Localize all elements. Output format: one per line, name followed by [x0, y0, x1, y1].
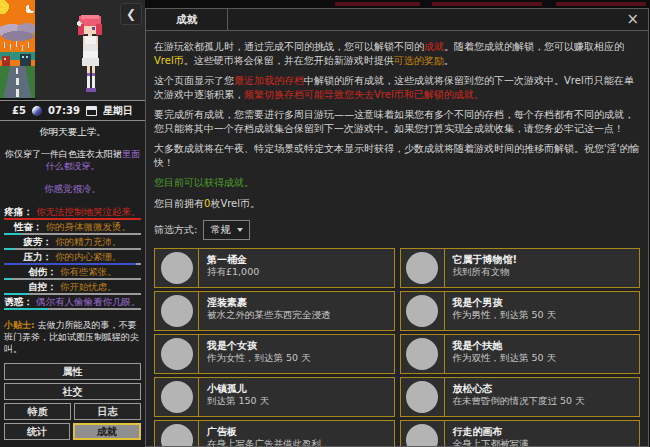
achievement-description: 作为男性，到达第 50 天 [453, 309, 557, 321]
vrel-coin-highlight: Vrel币 [154, 55, 184, 66]
background-text-remnant [432, 2, 542, 6]
achievement-icon [406, 252, 438, 284]
achievement-description: 找到所有文物 [453, 266, 518, 278]
achievement-title: 行走的画布 [453, 425, 529, 438]
nav-button-attributes[interactable]: 属性 [4, 363, 141, 380]
filter-row: 筛选方式: 常规 [154, 220, 640, 240]
panel-body: 在游玩欲都孤儿时，通过完成不同的挑战，您可以解锁不同的成就。随着您成就的解锁，您… [146, 31, 648, 447]
stat-row: 诱惑： 偶尔有人偷偷看你几眼。 [0, 296, 145, 310]
stat-bar-fill [4, 308, 48, 310]
stat-label: 疲劳： [23, 236, 52, 247]
filter-select[interactable]: 常规 [203, 220, 250, 240]
status-bar: £5 07:39 星期日 [0, 100, 145, 121]
save-info-text: 这个页面显示了您 [154, 75, 234, 86]
achievement-icon [161, 295, 193, 327]
achievement-icon [406, 295, 438, 327]
achievement-text: 广告板 在身上写条广告并借此盈利 [199, 421, 329, 447]
achievement-title: 第一桶金 [207, 253, 259, 266]
achievement-text: 它属于博物馆! 找到所有文物 [445, 249, 526, 287]
stat-line: 性奋： 你的身体微微发烫。 [0, 221, 145, 232]
stat-row: 性奋： 你的身体微微发烫。 [0, 221, 145, 235]
temperature-status-text: 你感觉很冷。 [0, 183, 145, 196]
intro-text: 。随着您成就的解锁，您可以赚取相应的 [444, 41, 624, 52]
achievement-icon [406, 338, 438, 370]
stat-line: 自控： 你开始忧虑。 [0, 281, 145, 292]
player-character-sprite [66, 14, 114, 100]
sidebar-top-visual: ❮ [0, 0, 145, 100]
achievement-item: 广告板 在身上写条广告并借此盈利 [154, 420, 395, 447]
achievement-text: 我是个男孩 作为男性，到达第 50 天 [445, 292, 565, 330]
stat-label: 疼痛： [4, 206, 33, 217]
stat-bar [4, 278, 141, 280]
stat-bar [4, 233, 141, 235]
clock-time: 07:39 [48, 105, 80, 116]
achievement-description: 到达第 150 天 [207, 395, 269, 407]
recent-save-highlight: 最近加载的存档 [234, 75, 304, 86]
nav-button-achievements[interactable]: 成就 [73, 423, 141, 440]
background-text-remnant [556, 2, 646, 6]
achievement-icon [406, 381, 438, 413]
achievement-description: 在身上写条广告并借此盈利 [207, 438, 321, 447]
filter-label: 筛选方式: [154, 223, 197, 237]
nav-button-traits[interactable]: 特质 [4, 403, 71, 420]
achievement-icon [406, 424, 438, 447]
calendar-icon [86, 106, 97, 116]
intro-text: 在游玩欲都孤儿时，通过完成不同的挑战，您可以解锁不同的 [154, 41, 424, 52]
achievement-icon-cell [401, 249, 445, 287]
stat-row: 自控： 你开始忧虑。 [0, 281, 145, 295]
intro-text: 。 [444, 55, 454, 66]
sidebar-collapse-button[interactable]: ❮ [120, 3, 142, 25]
achievement-text: 淫装素裹 被水之外的某些东西完全浸透 [199, 292, 339, 330]
achievement-icon [161, 252, 193, 284]
warning-text: 频繁切换存档可能导致您失去Vrel币和已解锁的成就。 [244, 89, 484, 100]
panel-header: 成就 × [146, 9, 648, 31]
stat-value: 你无法控制地哭泣起来。 [36, 206, 141, 217]
chevron-down-icon [237, 228, 243, 232]
nav-button-social[interactable]: 社交 [4, 383, 141, 400]
achievement-title: 广告板 [207, 425, 321, 438]
achievement-description: 作为双性，到达第 50 天 [453, 352, 557, 364]
achievement-icon [161, 381, 193, 413]
nav-button-statistics[interactable]: 统计 [4, 423, 70, 440]
achievement-description: 在未曾昏倒的情况下度过 50 天 [453, 395, 585, 407]
achievement-icon-cell [155, 421, 199, 447]
tip-label: 小贴士: [4, 320, 35, 330]
stat-bar-fill [4, 263, 136, 265]
stat-bar-fill [4, 218, 141, 220]
stat-bar-fill [4, 248, 15, 250]
stat-line: 疲劳： 你的精力充沛。 [0, 236, 145, 247]
achievement-item: 淫装素裹 被水之外的某些东西完全浸透 [154, 291, 395, 331]
stat-row: 疲劳： 你的精力充沛。 [0, 236, 145, 250]
achievements-panel: 成就 × 在游玩欲都孤儿时，通过完成不同的挑战，您可以解锁不同的成就。随着您成就… [145, 8, 649, 447]
achievement-icon-cell [155, 378, 199, 416]
stat-value: 你的精力充沛。 [55, 236, 122, 247]
stat-row: 创伤： 你有些紧张。 [0, 266, 145, 280]
stat-value: 你有些紧张。 [60, 266, 117, 277]
achievement-icon-cell [401, 378, 445, 416]
outfit-text: 你仅穿了一件白色连衣太阳裙 [5, 149, 122, 159]
achievement-title: 小镇孤儿 [207, 382, 269, 395]
achievement-title: 我是个男孩 [453, 296, 557, 309]
achievement-description: 作为女性，到达第 50 天 [207, 352, 311, 364]
achievement-title: 放松心态 [453, 382, 585, 395]
stat-label: 自控： [28, 281, 57, 292]
achievement-title: 淫装素裹 [207, 296, 331, 309]
stat-bar-fill [4, 233, 22, 235]
achievement-text: 我是个扶她 作为双性，到达第 50 天 [445, 335, 565, 373]
achievements-grid: 第一桶金 持有£1,000 它属于博物馆! 找到所有文物 淫装素裹 被水之外的某… [154, 248, 640, 447]
coin-balance-text: 您目前拥有0枚Vrel币。 [154, 197, 640, 211]
close-icon[interactable]: × [626, 12, 639, 27]
stat-value: 你的内心紧绷。 [55, 251, 122, 262]
school-reminder-text: 你明天要上学。 [0, 126, 145, 139]
intro-text: 。这些硬币将会保留，并在您开始新游戏时提供 [184, 55, 394, 66]
nav-button-journal[interactable]: 日志 [74, 403, 141, 420]
tab-achievements[interactable]: 成就 [146, 9, 228, 30]
chevron-left-icon: ❮ [126, 7, 136, 21]
achievement-icon-cell [401, 421, 445, 447]
stat-bar [4, 263, 141, 265]
save-info-paragraph: 这个页面显示了您最近加载的存档中解锁的所有成就，这些成就将保留到您的下一次游戏中… [154, 74, 640, 101]
stat-line: 诱惑： 偶尔有人偷偷看你几眼。 [0, 296, 145, 307]
achievement-item: 我是个女孩 作为女性，到达第 50 天 [154, 334, 395, 374]
achievement-description: 被水之外的某些东西完全浸透 [207, 309, 331, 321]
achievement-icon [161, 424, 193, 447]
